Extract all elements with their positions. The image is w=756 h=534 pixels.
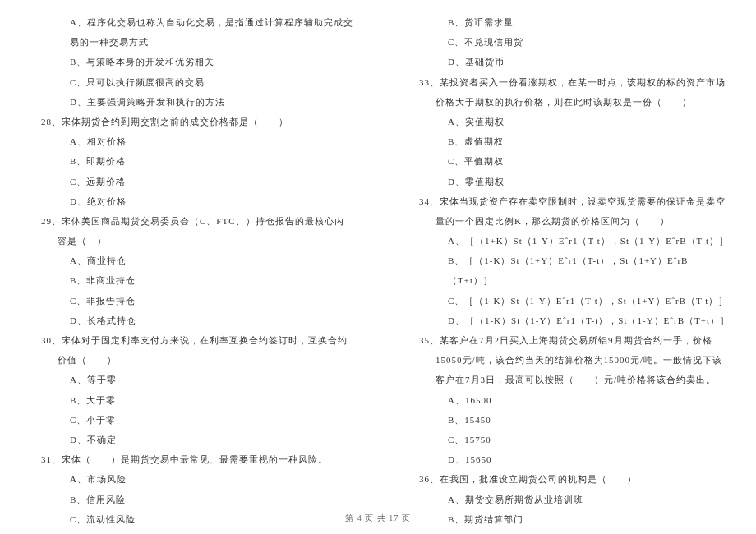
option-item: B、与策略本身的开发和优劣相关 <box>25 52 353 71</box>
option-item: B、大于零 <box>25 390 353 410</box>
option-item: B、货币需求量 <box>403 12 731 32</box>
option-item: D、操作风险 <box>25 529 353 534</box>
option-item: C、15750 <box>403 430 731 449</box>
question-33: 33、某投资者买入一份看涨期权，在某一时点，该期权的标的资产市场价格大于期权的执… <box>419 72 731 112</box>
option-item: B、［（1-K）St（1+Y）Eˆr1（T-t），St（1+Y）EˆrB（T+t… <box>403 251 731 290</box>
option-item: D、绝对价格 <box>25 191 353 211</box>
option-item: C、小于零 <box>25 410 353 430</box>
option-item: D、长格式持仓 <box>25 311 353 330</box>
question-31: 31、宋体（ ）是期货交易中最常见、最需要重视的一种风险。 <box>41 449 353 469</box>
option-item: B、15450 <box>403 410 731 430</box>
option-item: B、信用风险 <box>25 490 353 509</box>
option-item: C、不兑现信用货 <box>403 32 731 52</box>
option-item: D、15650 <box>403 449 731 469</box>
page-footer: 第 4 页 共 17 页 <box>0 513 756 524</box>
option-item: A、期货交易所期货从业培训班 <box>403 490 731 509</box>
option-item: D、不确定 <box>25 430 353 449</box>
question-35: 35、某客户在7月2日买入上海期货交易所铝9月期货合约一手，价格15050元/吨… <box>419 330 731 390</box>
option-item: A、相对价格 <box>25 131 353 151</box>
question-28: 28、宋体期货合约到期交割之前的成交价格都是（ ） <box>41 112 353 131</box>
option-item: A、市场风险 <box>25 469 353 489</box>
option-item: A、［（1+K）St（1-Y）Eˆr1（T-t），St（1-Y）EˆrB（T-t… <box>403 231 731 251</box>
option-item: A、16500 <box>403 390 731 410</box>
page-container: A、程序化交易也称为自动化交易，是指通过计算程序辅助完成交易的一种交易方式 B、… <box>0 0 756 534</box>
question-34: 34、宋体当现货资产存在卖空限制时，设卖空现货需要的保证金是卖空量的一个固定比例… <box>419 191 731 231</box>
option-item: B、虚值期权 <box>403 131 731 151</box>
option-item: D、［（1-K）St（1-Y）Eˆr1（T-t），St（1-Y）EˆrB（T+t… <box>403 311 731 330</box>
option-item: C、［（1-K）St（1-Y）Eˆr1（T-t），St（1+Y）EˆrB（T-t… <box>403 291 731 311</box>
option-item: A、程序化交易也称为自动化交易，是指通过计算程序辅助完成交易的一种交易方式 <box>25 12 353 52</box>
option-item: C、只可以执行频度很高的交易 <box>25 72 353 92</box>
question-30: 30、宋体对于固定利率支付方来说，在利率互换合约签订时，互换合约价值（ ） <box>41 330 353 370</box>
option-item: D、基础货币 <box>403 52 731 71</box>
option-item: B、非商业持仓 <box>25 270 353 290</box>
option-item: A、实值期权 <box>403 112 731 131</box>
option-item: A、商业持仓 <box>25 251 353 270</box>
option-item: B、即期价格 <box>25 151 353 171</box>
right-column: B、货币需求量 C、不兑现信用货 D、基础货币 33、某投资者买入一份看涨期权，… <box>378 12 756 534</box>
option-item: D、零值期权 <box>403 172 731 191</box>
question-29: 29、宋体美国商品期货交易委员会（C、FTC、）持仓报告的最核心内容是（ ） <box>41 211 353 251</box>
option-item: A、等于零 <box>25 370 353 389</box>
option-item: C、远期价格 <box>25 172 353 191</box>
option-item: C、非报告持仓 <box>25 291 353 311</box>
left-column: A、程序化交易也称为自动化交易，是指通过计算程序辅助完成交易的一种交易方式 B、… <box>0 12 378 534</box>
option-item: C、中国人民银行 <box>403 529 731 534</box>
option-item: C、平值期权 <box>403 151 731 171</box>
question-36: 36、在我国，批准设立期货公司的机构是（ ） <box>419 469 731 489</box>
option-item: D、主要强调策略开发和执行的方法 <box>25 92 353 112</box>
